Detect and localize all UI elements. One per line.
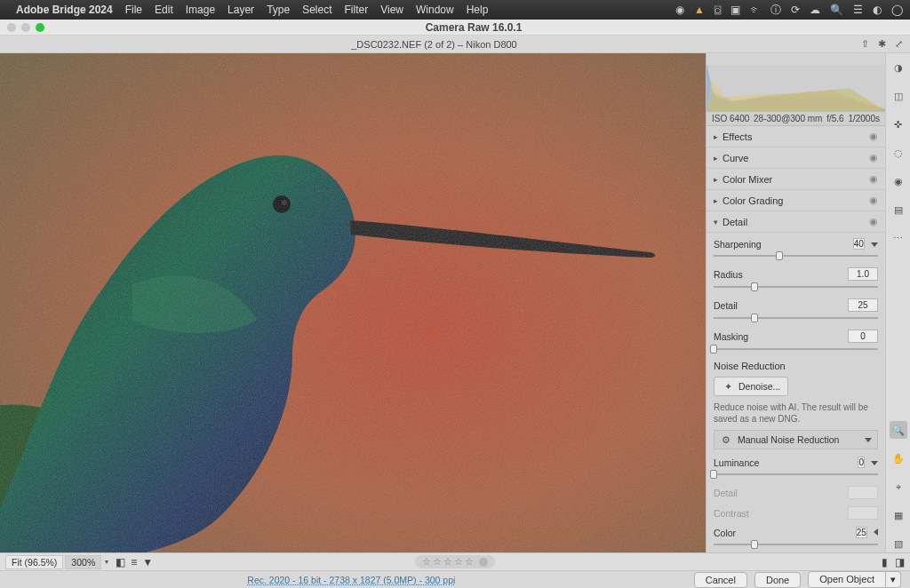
mask-tool-icon[interactable]: ◌ — [890, 144, 907, 162]
status-info-icon[interactable]: ⓘ — [770, 3, 781, 18]
color-flag-icon[interactable] — [479, 558, 488, 567]
star-icon[interactable]: ☆ — [465, 556, 474, 568]
app-name[interactable]: Adobe Bridge 2024 — [16, 4, 113, 16]
filter-icon[interactable]: ▼ — [142, 556, 153, 568]
luminance-value[interactable]: 0 — [858, 457, 865, 468]
status-user-icon[interactable]: ◐ — [873, 4, 882, 16]
settings-icon[interactable]: ✱ — [878, 38, 886, 50]
status-sync-icon[interactable]: ⟳ — [791, 4, 800, 16]
status-search-icon[interactable]: 🔍 — [830, 4, 843, 16]
radius-slider[interactable] — [714, 282, 878, 291]
manual-disclosure[interactable] — [865, 438, 872, 442]
sampler-tool-icon[interactable]: ⌖ — [890, 478, 907, 496]
section-color-grading[interactable]: ▸ Color Grading ◉ — [706, 190, 885, 211]
minimize-window-icon[interactable] — [21, 23, 30, 32]
zoom-level[interactable]: 300% — [65, 555, 101, 569]
open-dropdown-icon[interactable]: ▾ — [886, 571, 901, 588]
compare-split-icon[interactable]: ◨ — [895, 556, 905, 568]
denoise-button[interactable]: ✦ Denoise... — [714, 377, 788, 396]
status-display-icon[interactable]: ▣ — [730, 4, 740, 16]
compare-before-icon[interactable]: ◧ — [116, 556, 125, 568]
more-tool-icon[interactable]: ⋯ — [890, 229, 907, 247]
document-title: _DSC0232.NEF (2 of 2) – Nikon D800 — [7, 39, 861, 50]
menu-select[interactable]: Select — [302, 4, 331, 16]
status-control-icon[interactable]: ☰ — [853, 4, 863, 16]
close-window-icon[interactable] — [7, 23, 16, 32]
window-titlebar: Camera Raw 16.0.1 — [0, 20, 910, 36]
sharpening-value[interactable]: 40 — [853, 238, 865, 250]
menu-help[interactable]: Help — [467, 4, 489, 16]
snapshot-tool-icon[interactable]: ▧ — [890, 535, 907, 552]
zoom-dropdown-icon[interactable]: ▾ — [103, 558, 110, 566]
status-siri-icon[interactable]: ◯ — [891, 4, 903, 16]
export-icon[interactable]: ⇧ — [861, 38, 869, 50]
menu-view[interactable]: View — [380, 4, 403, 16]
heal-tool-icon[interactable]: ✜ — [890, 115, 907, 133]
color-value[interactable]: 25 — [856, 527, 867, 538]
status-shield-icon[interactable]: ⌼ — [714, 4, 721, 16]
status-record-icon[interactable]: ◉ — [675, 4, 684, 16]
crop-tool-icon[interactable]: ◫ — [890, 87, 907, 105]
menu-file[interactable]: File — [125, 4, 142, 16]
presets-tool-icon[interactable]: ▤ — [890, 201, 907, 219]
section-effects[interactable]: ▸ Effects ◉ — [706, 126, 885, 147]
edit-tool-icon[interactable]: ◑ — [890, 59, 907, 76]
section-curve[interactable]: ▸ Curve ◉ — [706, 147, 885, 169]
color-disclosure[interactable] — [874, 528, 878, 536]
star-icon[interactable]: ☆ — [433, 556, 442, 568]
section-color-mixer[interactable]: ▸ Color Mixer ◉ — [706, 169, 885, 190]
hand-tool-icon[interactable]: ✋ — [890, 449, 907, 467]
traffic-lights[interactable] — [7, 23, 44, 32]
window-title: Camera Raw 16.0.1 — [44, 21, 903, 34]
visibility-icon[interactable]: ◉ — [869, 173, 878, 185]
menu-window[interactable]: Window — [416, 4, 454, 16]
section-detail[interactable]: ▾ Detail ◉ — [706, 211, 885, 233]
visibility-icon[interactable]: ◉ — [869, 195, 878, 206]
filmstrip-toggle-icon[interactable]: ▮ — [882, 556, 888, 568]
luminance-disclosure[interactable] — [871, 461, 878, 465]
sharpening-slider[interactable] — [714, 251, 878, 260]
visibility-icon[interactable]: ◉ — [869, 152, 878, 163]
star-icon[interactable]: ☆ — [454, 556, 463, 568]
open-object-button[interactable]: Open Object — [808, 571, 886, 588]
star-icon[interactable]: ☆ — [422, 556, 431, 568]
section-label: Curve — [722, 153, 869, 163]
section-label: Color Mixer — [722, 174, 869, 185]
status-cc-icon[interactable]: ☁ — [810, 4, 820, 16]
menu-edit[interactable]: Edit — [155, 4, 173, 16]
manual-noise-reduction-row[interactable]: ⚙ Manual Noise Reduction — [714, 430, 878, 449]
status-wifi-icon[interactable]: ᯤ — [750, 4, 761, 16]
menu-layer[interactable]: Layer — [228, 4, 254, 16]
maximize-window-icon[interactable] — [36, 23, 44, 32]
menu-type[interactable]: Type — [267, 4, 290, 16]
menu-image[interactable]: Image — [186, 4, 215, 16]
menu-filter[interactable]: Filter — [345, 4, 369, 16]
status-cloud-icon[interactable]: ▲ — [694, 4, 705, 16]
image-preview[interactable] — [0, 53, 706, 552]
visibility-icon[interactable]: ◉ — [869, 131, 878, 142]
sharpening-label: Sharpening — [714, 239, 762, 250]
radius-value[interactable]: 1.0 — [848, 267, 878, 281]
redeye-tool-icon[interactable]: ◉ — [890, 172, 907, 190]
masking-slider[interactable] — [714, 345, 878, 354]
visibility-icon[interactable]: ◉ — [869, 216, 878, 227]
sharpening-disclosure[interactable] — [871, 242, 878, 247]
cancel-button[interactable]: Cancel — [694, 572, 747, 588]
luminance-slider[interactable] — [714, 470, 878, 479]
highlight-clip-icon[interactable]: ◥ — [706, 53, 885, 65]
done-button[interactable]: Done — [754, 572, 801, 588]
noise-reduction-heading: Noise Reduction — [714, 361, 878, 371]
fit-button[interactable]: Fit (96.5%) — [5, 555, 63, 569]
histogram[interactable]: ◤ ◥ — [706, 53, 885, 112]
masking-value[interactable]: 0 — [848, 330, 878, 343]
star-icon[interactable]: ☆ — [443, 556, 452, 568]
zoom-tool-icon[interactable]: 🔍 — [890, 421, 907, 439]
fullscreen-icon[interactable]: ⤢ — [895, 38, 903, 50]
grid-tool-icon[interactable]: ▦ — [890, 506, 907, 524]
workflow-info[interactable]: Rec. 2020 - 16 bit - 2738 x 1827 (5.0MP)… — [9, 575, 694, 585]
detail-value[interactable]: 25 — [848, 298, 878, 312]
view-mode-icon[interactable]: ≡ — [131, 556, 137, 568]
rating-bar[interactable]: ☆ ☆ ☆ ☆ ☆ — [415, 555, 495, 568]
color-slider[interactable] — [714, 540, 878, 549]
detail-slider[interactable] — [714, 314, 878, 322]
